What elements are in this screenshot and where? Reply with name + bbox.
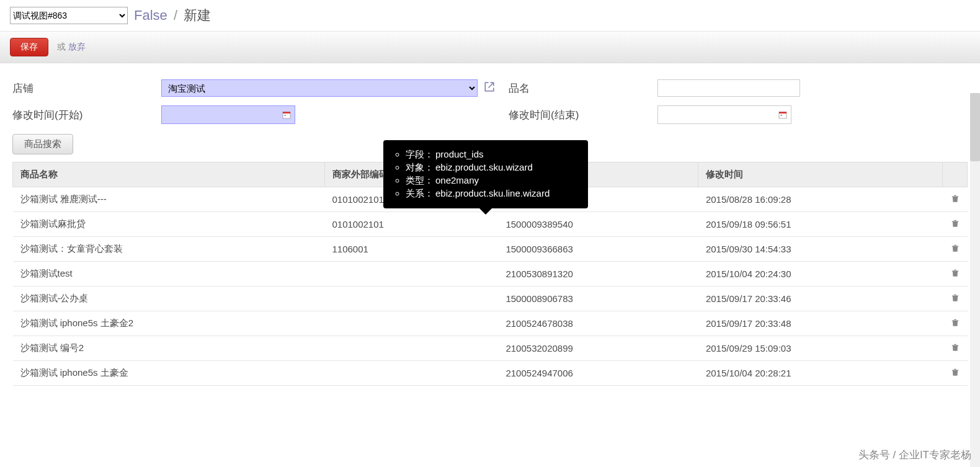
shop-label: 店铺 bbox=[12, 81, 161, 96]
cell-outer: 0101002101 bbox=[324, 212, 498, 237]
scrollbar-thumb[interactable] bbox=[970, 93, 980, 161]
calendar-icon[interactable] bbox=[777, 109, 788, 120]
cell-mod: 2015/09/17 20:33:46 bbox=[698, 287, 943, 311]
cell-num: 2100530891320 bbox=[498, 262, 698, 287]
tt-rel-label: 关系： bbox=[406, 188, 435, 200]
table-row[interactable]: 沙箱测试 iphone5s 土豪金221005246780382015/09/1… bbox=[13, 311, 968, 336]
tt-field-label: 字段： bbox=[406, 149, 435, 161]
cell-num: 1500009366863 bbox=[498, 237, 698, 262]
tt-obj-label: 对象： bbox=[406, 162, 435, 174]
mod-end-input-wrap[interactable] bbox=[657, 105, 791, 124]
cell-outer bbox=[324, 311, 498, 336]
mod-end-label: 修改时间(结束) bbox=[509, 108, 657, 122]
cell-num: 1500008906783 bbox=[498, 287, 698, 311]
table-row[interactable]: 沙箱测试-公办桌15000089067832015/09/17 20:33:46 bbox=[13, 287, 968, 311]
cell-name: 沙箱测试 雅鹿测试--- bbox=[13, 187, 325, 212]
debug-view-select[interactable]: 调试视图#863 bbox=[10, 7, 128, 24]
mod-start-input-wrap[interactable] bbox=[161, 105, 295, 124]
cell-outer bbox=[324, 336, 498, 361]
trash-icon[interactable] bbox=[951, 294, 960, 305]
cell-mod: 2015/09/18 09:56:51 bbox=[698, 212, 943, 237]
cell-mod: 2015/09/30 14:54:33 bbox=[698, 237, 943, 262]
discard-link[interactable]: 放弃 bbox=[68, 42, 86, 51]
mod-end-input[interactable] bbox=[658, 106, 777, 123]
cell-num: 2100532020899 bbox=[498, 336, 698, 361]
svg-rect-4 bbox=[779, 112, 786, 113]
svg-rect-5 bbox=[781, 115, 782, 116]
tt-field-value: product_ids bbox=[435, 149, 484, 159]
cell-name: 沙箱测试麻批贷 bbox=[13, 212, 325, 237]
trash-icon[interactable] bbox=[951, 344, 960, 354]
breadcrumb-separator: / bbox=[174, 7, 177, 23]
cell-outer bbox=[324, 262, 498, 287]
cell-mod: 2015/10/04 20:28:21 bbox=[698, 361, 943, 386]
calendar-icon[interactable] bbox=[281, 109, 292, 120]
cell-name: 沙箱测试：女童背心套装 bbox=[13, 237, 325, 262]
breadcrumb-false[interactable]: False bbox=[134, 7, 167, 23]
or-text: 或 bbox=[57, 42, 66, 51]
name-label: 品名 bbox=[509, 81, 657, 96]
mod-start-label: 修改时间(开始) bbox=[12, 108, 161, 122]
cell-outer: 1106001 bbox=[324, 237, 498, 262]
cell-num: 2100524947006 bbox=[498, 361, 698, 386]
tt-type-value: one2many bbox=[435, 175, 479, 185]
table-row[interactable]: 沙箱测试 iphone5s 土豪金21005249470062015/10/04… bbox=[13, 361, 968, 386]
trash-icon[interactable] bbox=[951, 269, 960, 280]
table-row[interactable]: 沙箱测试 编号221005320208992015/09/29 15:09:03 bbox=[13, 336, 968, 361]
trash-icon[interactable] bbox=[951, 244, 960, 255]
trash-icon[interactable] bbox=[951, 220, 960, 230]
col-mod[interactable]: 修改时间 bbox=[698, 162, 943, 187]
cell-outer bbox=[324, 287, 498, 311]
cell-mod: 2015/08/28 16:09:28 bbox=[698, 187, 943, 212]
breadcrumb: False / 新建 bbox=[134, 6, 211, 25]
tt-obj-value: ebiz.product.sku.wizard bbox=[435, 162, 533, 172]
trash-icon[interactable] bbox=[951, 195, 960, 205]
cell-mod: 2015/09/17 20:33:48 bbox=[698, 311, 943, 336]
cell-outer bbox=[324, 361, 498, 386]
col-delete bbox=[943, 162, 968, 187]
cell-name: 沙箱测试 iphone5s 土豪金2 bbox=[13, 311, 325, 336]
mod-start-input[interactable] bbox=[162, 106, 281, 123]
trash-icon[interactable] bbox=[951, 319, 960, 329]
product-search-button[interactable]: 商品搜索 bbox=[12, 134, 73, 154]
cell-name: 沙箱测试 编号2 bbox=[13, 336, 325, 361]
field-tooltip: 字段：product_ids 对象：ebiz.product.sku.wizar… bbox=[383, 140, 588, 208]
cell-name: 沙箱测试-公办桌 bbox=[13, 287, 325, 311]
table-row[interactable]: 沙箱测试麻批贷010100210115000093895402015/09/18… bbox=[13, 212, 968, 237]
table-row[interactable]: 沙箱测试test21005308913202015/10/04 20:24:30 bbox=[13, 262, 968, 287]
table-row[interactable]: 沙箱测试：女童背心套装110600115000093668632015/09/3… bbox=[13, 237, 968, 262]
trash-icon[interactable] bbox=[951, 368, 960, 379]
shop-select[interactable]: 淘宝测试 bbox=[161, 79, 478, 97]
breadcrumb-current: 新建 bbox=[184, 7, 211, 23]
svg-rect-1 bbox=[283, 112, 290, 113]
cell-name: 沙箱测试test bbox=[13, 262, 325, 287]
svg-rect-2 bbox=[285, 115, 286, 116]
col-name[interactable]: 商品名称 bbox=[13, 162, 325, 187]
tt-rel-value: ebiz.product.sku.line.wizard bbox=[435, 188, 550, 198]
cell-mod: 2015/09/29 15:09:03 bbox=[698, 336, 943, 361]
tt-type-label: 类型： bbox=[406, 175, 435, 187]
cell-mod: 2015/10/04 20:24:30 bbox=[698, 262, 943, 287]
cell-num: 1500009389540 bbox=[498, 212, 698, 237]
external-link-icon[interactable] bbox=[484, 81, 495, 96]
cell-name: 沙箱测试 iphone5s 土豪金 bbox=[13, 361, 325, 386]
cell-num: 2100524678038 bbox=[498, 311, 698, 336]
name-input[interactable] bbox=[657, 79, 800, 97]
save-button[interactable]: 保存 bbox=[10, 38, 48, 56]
